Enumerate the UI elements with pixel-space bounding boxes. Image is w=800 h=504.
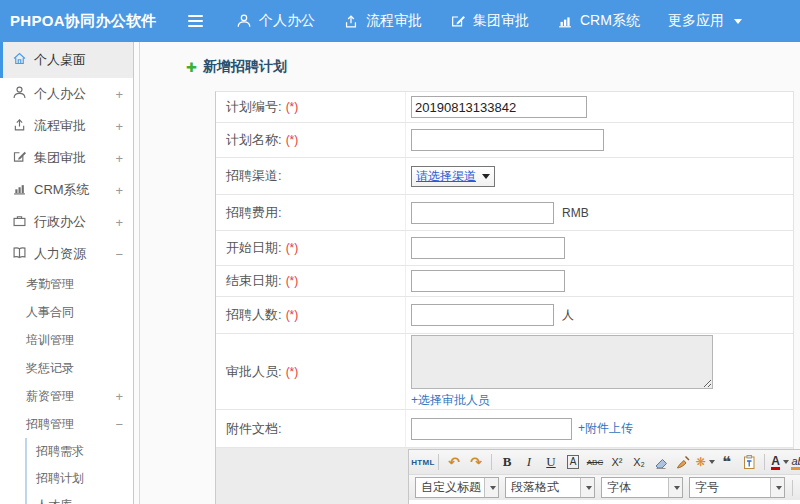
chevron-down-icon — [776, 486, 782, 490]
nav-label: 个人办公 — [259, 12, 315, 30]
chevron-down-icon — [709, 460, 715, 464]
plan-name-input[interactable] — [411, 129, 604, 151]
nav-item-crm-system[interactable]: CRM系统 — [557, 12, 640, 30]
expand-icon[interactable]: + — [115, 389, 123, 404]
nav-item-more-apps[interactable]: 更多应用 — [668, 12, 742, 30]
page-title: 新增招聘计划 — [203, 58, 287, 76]
bold-button[interactable]: B — [497, 452, 517, 472]
font-family-dropdown[interactable]: 字体 — [601, 477, 683, 498]
channel-select-value: 请选择渠道 — [416, 168, 476, 185]
nav-label: 更多应用 — [668, 12, 724, 30]
sidebar-item-hr-contract[interactable]: 人事合同 — [0, 298, 133, 326]
format-painter-button[interactable]: ❋ — [695, 452, 715, 472]
font-color-button[interactable]: A — [770, 452, 790, 472]
sidebar-item-recruitment-management[interactable]: 招聘管理− — [0, 410, 133, 438]
expand-icon[interactable]: + — [115, 183, 123, 198]
attachment-input[interactable] — [411, 418, 572, 440]
sidebar-item-label: 个人桌面 — [34, 51, 86, 69]
sidebar-item-training-management[interactable]: 培训管理 — [0, 326, 133, 354]
editor-content-area[interactable] — [409, 500, 800, 504]
sidebar-item-group-approval[interactable]: 集团审批 + — [0, 142, 133, 174]
sidebar-item-talent-pool[interactable]: 人才库 — [27, 492, 133, 504]
nav-label: CRM系统 — [580, 12, 640, 30]
sidebar-item-personal-office[interactable]: 个人办公 + — [0, 78, 133, 110]
rich-text-editor: HTML ↶ ↷ B I U A ABC X² X₂ — [408, 449, 800, 504]
select-approvers-link[interactable]: +选择审批人员 — [411, 392, 490, 409]
plan-number-input[interactable] — [411, 96, 587, 118]
underline-button[interactable]: U — [541, 452, 561, 472]
char-border-button[interactable]: A — [567, 455, 580, 469]
custom-title-dropdown[interactable]: 自定义标题 — [415, 477, 499, 498]
collapse-icon[interactable]: − — [115, 247, 123, 262]
phpoa-app-window: PHPOA协同办公软件 个人办公 流程审批 集团审批 CRM系统 更多应用 — [0, 0, 800, 504]
html-source-button[interactable]: HTML — [413, 452, 433, 472]
end-date-input[interactable] — [411, 270, 565, 292]
expand-icon[interactable]: + — [115, 215, 123, 230]
superscript-button[interactable]: X² — [607, 452, 627, 472]
home-icon — [12, 51, 34, 69]
bar-chart-icon — [557, 13, 573, 29]
sidebar-item-admin-office[interactable]: 行政办公 + — [0, 206, 133, 238]
sidebar-item-human-resources[interactable]: 人力资源 − — [0, 238, 133, 270]
nav-label: 集团审批 — [473, 12, 529, 30]
sidebar-item-label: 招聘管理 — [26, 416, 74, 433]
sidebar-item-crm-system[interactable]: CRM系统 + — [0, 174, 133, 206]
sidebar-item-salary-management[interactable]: 薪资管理+ — [0, 382, 133, 410]
remove-format-button[interactable] — [673, 452, 693, 472]
attachment-upload-link[interactable]: +附件上传 — [578, 420, 633, 437]
expand-icon[interactable]: + — [115, 119, 123, 134]
headcount-input[interactable] — [411, 304, 554, 326]
sidebar-item-label: 个人办公 — [34, 85, 86, 103]
editor-toolbar-2: 自定义标题 段落格式 字体 字号 — [409, 474, 800, 500]
sidebar-item-personal-desktop[interactable]: 个人桌面 — [0, 42, 133, 78]
field-label: 招聘费用: — [226, 204, 282, 222]
collapse-icon[interactable]: − — [115, 417, 123, 432]
add-icon: ✚ — [186, 61, 197, 74]
undo-button[interactable]: ↶ — [444, 452, 464, 472]
sidebar-item-recruitment-plan[interactable]: 招聘计划 — [27, 465, 133, 492]
approvers-textarea[interactable] — [411, 335, 713, 389]
sidebar-item-recruitment-demand[interactable]: 招聘需求 — [27, 438, 133, 465]
required-mark: (*) — [286, 133, 299, 147]
sidebar-item-label: 招聘需求 — [36, 443, 84, 460]
expand-icon[interactable]: + — [115, 151, 123, 166]
sidebar-item-workflow-approval[interactable]: 流程审批 + — [0, 110, 133, 142]
font-size-dropdown[interactable]: 字号 — [689, 477, 785, 498]
headcount-row: 招聘人数:(*) 人 — [216, 297, 793, 334]
plan-name-row: 计划名称:(*) — [216, 123, 793, 158]
nav-item-personal-office[interactable]: 个人办公 — [236, 12, 315, 30]
chevron-down-icon — [734, 19, 742, 24]
strikethrough-button[interactable]: ABC — [585, 452, 605, 472]
sidebar-item-label: 流程审批 — [34, 117, 86, 135]
blockquote-button[interactable]: ❝ — [717, 452, 737, 472]
channel-select[interactable]: 请选择渠道 — [411, 166, 495, 187]
plan-number-row: 计划编号:(*) — [216, 92, 793, 123]
sidebar-item-attendance-management[interactable]: 考勤管理 — [0, 270, 133, 298]
recruitment-submenu: 招聘需求 招聘计划 人才库 — [25, 438, 133, 504]
italic-button[interactable]: I — [519, 452, 539, 472]
field-label: 计划编号: — [226, 98, 282, 116]
expand-icon[interactable]: + — [115, 87, 123, 102]
menu-toggle-icon[interactable] — [188, 15, 203, 27]
paragraph-format-dropdown[interactable]: 段落格式 — [505, 477, 595, 498]
required-mark: (*) — [286, 241, 299, 255]
sidebar-item-reward-punishment[interactable]: 奖惩记录 — [0, 354, 133, 382]
required-mark: (*) — [286, 274, 299, 288]
editor-toolbar-1: HTML ↶ ↷ B I U A ABC X² X₂ — [409, 450, 800, 474]
subscript-button[interactable]: X₂ — [629, 452, 649, 472]
highlight-color-button[interactable]: ab — [792, 452, 800, 472]
app-title: PHPOA协同办公软件 — [0, 12, 188, 31]
nav-item-workflow-approval[interactable]: 流程审批 — [343, 12, 422, 30]
fee-input[interactable] — [411, 202, 554, 224]
nav-item-group-approval[interactable]: 集团审批 — [450, 12, 529, 30]
sidebar-item-label: 培训管理 — [26, 332, 74, 349]
paste-as-text-button[interactable] — [739, 452, 759, 472]
start-date-input[interactable] — [411, 237, 565, 259]
sidebar-item-label: 奖惩记录 — [26, 360, 74, 377]
eraser-button[interactable] — [651, 452, 671, 472]
channel-row: 招聘渠道: 请选择渠道 — [216, 158, 793, 195]
currency-label: RMB — [562, 206, 589, 220]
user-icon — [236, 13, 252, 29]
redo-button[interactable]: ↷ — [466, 452, 486, 472]
chevron-down-icon — [674, 486, 680, 490]
